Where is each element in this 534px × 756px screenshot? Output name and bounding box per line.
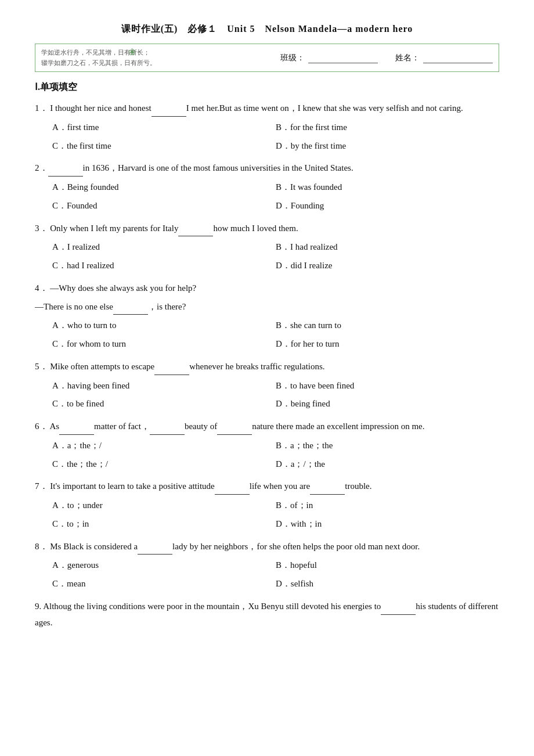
q7-text-middle: life when you are [250,481,311,491]
q7-text-after: trouble. [345,481,371,491]
q2-options: A．Being founded B．It was founded [52,179,499,196]
q6-optD: D．a；/；the [276,456,499,473]
q3-text-after: how much I loved them. [213,224,298,233]
q6-options: A．a；the；/ B．a；the；the [52,437,499,455]
q2-text-after: in 1636，Harvard is one of the most famou… [83,163,353,172]
q4-text2-after: ，is there? [148,302,186,311]
q6-blank3 [217,426,252,435]
q1-options: A．first time B．for the first time [52,119,499,136]
q7-optB: B．of；in [276,497,499,514]
q4-optB: B．she can turn to [276,317,499,334]
q7-text-before: It's important to learn to take a positi… [50,481,214,491]
question-2-text: 2．in 1636，Harvard is one of the most fam… [35,160,499,177]
question-1: 1． I thought her nice and honestI met he… [35,100,499,154]
q6-blank1 [59,426,94,435]
q1-optB: B．for the first time [276,119,499,136]
question-8-text: 8． Ms Black is considered alady by her n… [35,539,499,555]
question-4-text1: 4． —Why does she always ask you for help… [35,280,499,297]
q4-text1: —Why does she always ask you for help? [50,283,196,293]
question-9: 9. Althoug the living conditions were po… [35,599,499,631]
q4-options2: C．for whom to turn D．for her to turn [52,336,499,353]
q8-text-after: lady by her neighbors，for she often help… [172,542,420,551]
q8-optA: A．generous [52,557,276,574]
q5-num: 5． [35,362,48,371]
q1-blank [151,107,186,117]
q4-num: 4． [35,283,48,293]
q8-options2: C．mean D．selfish [52,575,499,593]
question-2: 2．in 1636，Harvard is one of the most fam… [35,160,499,214]
q7-optD: D．with；in [276,516,499,533]
q3-optB: B．I had realized [276,239,499,256]
q5-text-before: Mike often attempts to escape [50,362,154,371]
question-3-text: 3． Only when I left my parents for Italy… [35,221,499,237]
q8-text-before: Ms Black is considered a [50,542,138,551]
q4-options: A．who to turn to B．she can turn to [52,317,499,334]
question-9-text: 9. Althoug the living conditions were po… [35,599,499,631]
q4-optC: C．for whom to turn [52,336,276,353]
q1-optA: A．first time [52,119,276,136]
header-fields: 班级： 姓名： [280,53,493,63]
q5-optB: B．to have been fined [276,377,499,395]
q6-num: 6． [35,422,48,431]
q3-options2: C．had I realized D．did I realize [52,257,499,275]
q7-num: 7． [35,481,48,491]
q5-options2: C．to be fined D．being fined [52,395,499,413]
question-3: 3． Only when I left my parents for Italy… [35,221,499,275]
q1-options2: C．the first time D．by the first time [52,138,499,155]
q5-text-after: whenever he breaks traffic regulations. [189,362,324,371]
q3-text-before: Only when I left my parents for Italy [50,224,178,233]
q1-text-after: I met her.But as time went on，I knew tha… [186,103,463,113]
class-input-line [308,53,378,63]
q6-text2: beauty of [185,422,217,431]
q1-optC: C．the first time [52,138,276,155]
q1-optD: D．by the first time [276,138,499,155]
q2-blank [48,167,83,177]
question-6: 6． Asmatter of fact，beauty ofnature ther… [35,419,499,473]
q5-blank [154,366,189,375]
header-left-text: 学如逆水行舟，不见其增，日有所长； 辍学如磨刀之石，不见其损，日有所亏。 [41,48,280,68]
q8-optC: C．mean [52,575,276,593]
question-4: 4． —Why does she always ask you for help… [35,280,499,353]
q5-options: A．having been fined B．to have been fined [52,377,499,395]
q7-options: A．to；under B．of；in [52,497,499,514]
q7-optA: A．to；under [52,497,276,514]
q3-options: A．I realized B．I had realized [52,239,499,256]
question-6-text: 6． Asmatter of fact，beauty ofnature ther… [35,419,499,435]
q8-optB: B．hopeful [276,557,499,574]
q3-optD: D．did I realize [276,257,499,275]
decoration-symbol: ❀ [128,46,136,57]
q6-as: As [49,422,59,431]
q9-num: 9. [35,602,41,611]
q4-optA: A．who to turn to [52,317,276,334]
question-5: 5． Mike often attempts to escapewhenever… [35,359,499,413]
q3-optA: A．I realized [52,239,276,256]
q5-optC: C．to be fined [52,395,276,413]
header-box: ❀ 学如逆水行舟，不见其增，日有所长； 辍学如磨刀之石，不见其损，日有所亏。 班… [35,44,499,72]
q7-options2: C．to；in D．with；in [52,516,499,533]
q3-blank [178,227,213,236]
q2-optB: B．It was founded [276,179,499,196]
question-7-text: 7． It's important to learn to take a pos… [35,478,499,495]
q6-text1: matter of fact， [94,422,150,431]
q2-num: 2． [35,163,48,172]
name-input-line [423,53,493,63]
q8-optD: D．selfish [276,575,499,593]
name-label: 姓名： [395,53,420,63]
q5-optD: D．being fined [276,395,499,413]
section1-title: Ⅰ.单项填空 [35,81,499,93]
q6-options2: C．the；the；/ D．a；/；the [52,456,499,473]
q2-optA: A．Being founded [52,179,276,196]
q5-optA: A．having been fined [52,377,276,395]
question-5-text: 5． Mike often attempts to escapewhenever… [35,359,499,375]
question-8: 8． Ms Black is considered alady by her n… [35,539,499,593]
q6-optA: A．a；the；/ [52,437,276,455]
q3-optC: C．had I realized [52,257,276,275]
question-4-text2: —There is no one else，is there? [35,299,499,315]
q9-text-before: Althoug the living conditions were poor … [43,602,381,611]
q2-options2: C．Founded D．Founding [52,197,499,215]
q4-text2-before: —There is no one else [35,302,113,311]
q6-blank2 [150,426,185,435]
q8-blank [138,545,172,555]
q3-num: 3． [35,224,48,233]
q8-num: 8． [35,542,48,551]
